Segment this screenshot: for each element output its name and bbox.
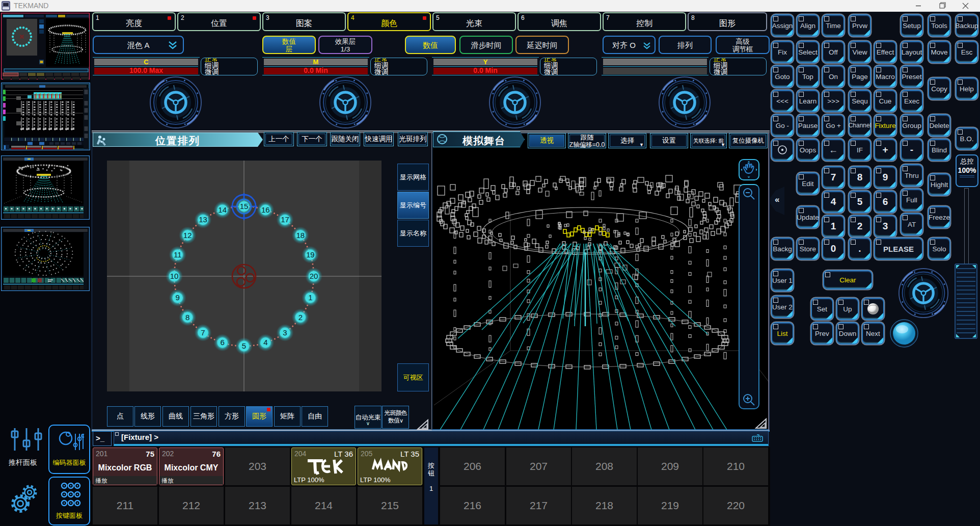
- svg-text:1: 1: [308, 293, 312, 302]
- svg-text:19: 19: [306, 250, 315, 259]
- svg-text:17: 17: [281, 215, 289, 224]
- svg-text:2: 2: [298, 313, 303, 322]
- svg-text:6: 6: [221, 338, 225, 347]
- svg-text:13: 13: [199, 215, 207, 224]
- svg-text:9: 9: [176, 293, 180, 302]
- svg-text:14: 14: [218, 205, 227, 214]
- svg-text:20: 20: [310, 272, 318, 280]
- svg-text:7: 7: [201, 328, 205, 337]
- svg-text:18: 18: [296, 231, 305, 240]
- svg-text:12: 12: [183, 231, 192, 240]
- svg-text:10: 10: [170, 272, 179, 280]
- svg-text:15: 15: [240, 202, 249, 211]
- svg-text:3: 3: [283, 328, 287, 337]
- svg-text:4: 4: [263, 338, 267, 347]
- svg-text:8: 8: [185, 313, 189, 322]
- svg-text:5: 5: [242, 341, 246, 350]
- svg-text:16: 16: [261, 205, 270, 214]
- svg-text:11: 11: [174, 250, 182, 259]
